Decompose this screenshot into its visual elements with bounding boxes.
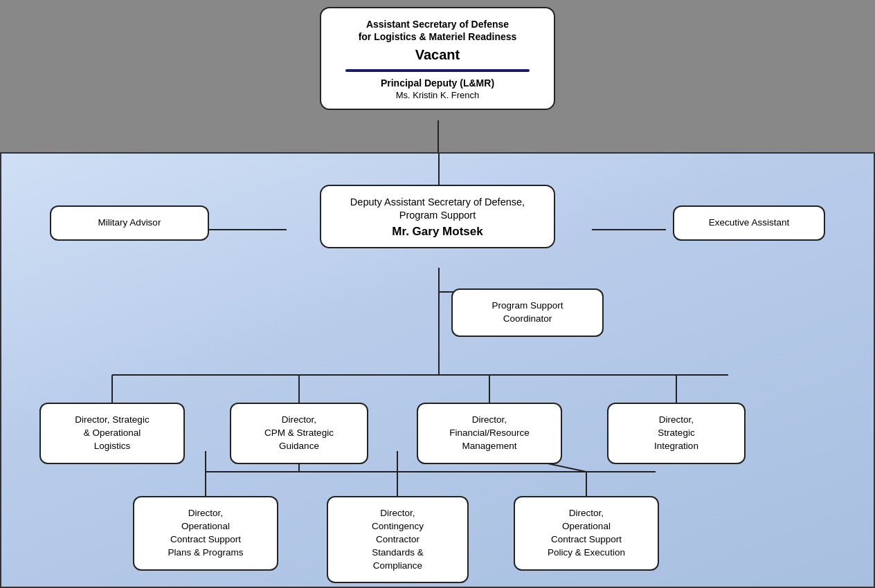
director-ocspp-label: Director,OperationalContract SupportPlan… bbox=[168, 508, 244, 558]
asd-node: Assistant Secretary of Defense for Logis… bbox=[320, 7, 555, 110]
executive-assistant-node: Executive Assistant bbox=[673, 205, 825, 241]
director-strategic-integration-label: Director,StrategicIntegration bbox=[654, 414, 698, 451]
dasd-name: Mr. Gary Motsek bbox=[335, 225, 540, 239]
military-advisor-label: Military Advisor bbox=[98, 217, 161, 228]
director-strategic-logistics-label: Director, Strategic& OperationalLogistic… bbox=[75, 414, 149, 451]
asd-status: Vacant bbox=[335, 46, 540, 64]
director-ocspp-node: Director,OperationalContract SupportPlan… bbox=[133, 496, 278, 571]
military-advisor-node: Military Advisor bbox=[50, 205, 209, 241]
asd-divider bbox=[345, 69, 530, 72]
dasd-node: Deputy Assistant Secretary of Defense, P… bbox=[320, 185, 555, 248]
director-cpm-node: Director,CPM & StrategicGuidance bbox=[230, 403, 368, 464]
director-ocspe-node: Director,OperationalContract SupportPoli… bbox=[514, 496, 659, 571]
director-ccsc-label: Director,ContingencyContractorStandards … bbox=[372, 508, 424, 571]
asd-title-line1: Assistant Secretary of Defense bbox=[335, 18, 540, 30]
asd-title-line2: for Logistics & Materiel Readiness bbox=[335, 30, 540, 43]
director-financial-label: Director,Financial/ResourceManagement bbox=[449, 414, 530, 451]
executive-assistant-label: Executive Assistant bbox=[709, 217, 789, 228]
program-support-coordinator-label: Program SupportCoordinator bbox=[492, 300, 563, 324]
asd-to-main-connector bbox=[438, 120, 439, 152]
director-cpm-label: Director,CPM & StrategicGuidance bbox=[264, 414, 334, 451]
director-strategic-logistics-node: Director, Strategic& OperationalLogistic… bbox=[39, 403, 185, 464]
director-ccsc-node: Director,ContingencyContractorStandards … bbox=[327, 496, 469, 583]
program-support-coordinator-node: Program SupportCoordinator bbox=[451, 288, 604, 337]
asd-deputy-title: Principal Deputy (L&MR) bbox=[335, 77, 540, 89]
director-financial-node: Director,Financial/ResourceManagement bbox=[417, 403, 562, 464]
main-org-chart: Deputy Assistant Secretary of Defense, P… bbox=[0, 152, 875, 588]
director-ocspe-label: Director,OperationalContract SupportPoli… bbox=[548, 508, 625, 558]
director-strategic-integration-node: Director,StrategicIntegration bbox=[607, 403, 746, 464]
asd-deputy-name: Ms. Kristin K. French bbox=[335, 90, 540, 100]
dasd-title-line2: Program Support bbox=[335, 209, 540, 222]
dasd-title-line1: Deputy Assistant Secretary of Defense, bbox=[335, 196, 540, 209]
